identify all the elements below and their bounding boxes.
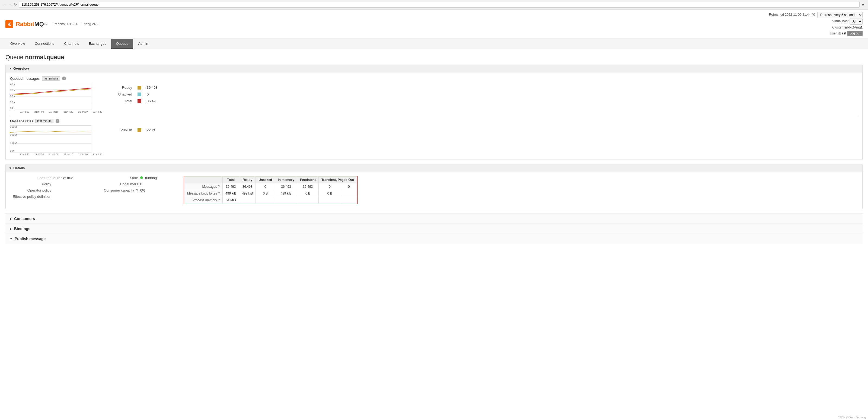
rate-x-1: 21:43:40 xyxy=(20,153,29,156)
rate-y-300: 300 /s xyxy=(10,125,19,128)
user-value: itcast xyxy=(838,31,846,37)
message-rates-title-row: Message rates last minute ? xyxy=(10,119,858,123)
legend-label-publish: Publish xyxy=(113,128,132,132)
user-label: User xyxy=(830,31,837,37)
process-memory-help-icon[interactable]: ? xyxy=(218,198,220,202)
details-section-header[interactable]: ▼ Details xyxy=(6,164,862,172)
rate-x-5: 21:44:20 xyxy=(78,153,88,156)
brand-tm: TM xyxy=(44,22,48,25)
bookmark-icon[interactable]: ★ xyxy=(862,3,865,6)
virtual-host-select[interactable]: All / xyxy=(849,18,863,25)
details-section-body: Features durable: true Policy Operator p… xyxy=(6,172,862,209)
body-bytes-ready: 499 kiB xyxy=(239,190,256,197)
message-rates-title: Message rates xyxy=(10,119,33,123)
state-dot xyxy=(140,176,143,179)
refresh-row: Refreshed 2022-11-09 21:44:40 Refresh ev… xyxy=(769,12,863,18)
state-value: running xyxy=(140,176,157,180)
nav-connections[interactable]: Connections xyxy=(30,39,59,49)
details-middle-col: State running Consumers 0 Consumer capac… xyxy=(97,176,178,205)
page-title-name: normal.queue xyxy=(25,54,64,60)
y-label-40k: 40 k xyxy=(10,83,19,86)
nav-overview[interactable]: Overview xyxy=(5,39,30,49)
legend-value-ready: 36,493 xyxy=(147,86,158,90)
col-header-ready: Ready xyxy=(239,177,256,183)
table-row-messages: Messages ? 36,493 36,493 0 36,493 36,493… xyxy=(184,183,357,190)
state-text: running xyxy=(145,176,157,180)
brand-mq: MQ xyxy=(34,21,44,27)
legend-color-total xyxy=(137,99,141,103)
message-rates-y-axis: 300 /s 200 /s 100 /s 0 /s xyxy=(10,125,19,152)
col-header-persistent: Persistent xyxy=(297,177,318,183)
messages-table-wrapper: Total Ready Unacked In memory Persistent… xyxy=(184,176,358,204)
consumer-capacity-row: Consumer capacity ? 0% xyxy=(97,188,178,192)
nav-channels[interactable]: Channels xyxy=(59,39,84,49)
refresh-select[interactable]: Refresh every 5 seconds No refresh Every… xyxy=(817,12,863,18)
legend-value-publish: 228/s xyxy=(147,128,155,132)
row-label-process-memory: Process memory ? xyxy=(184,197,223,204)
queued-messages-badge[interactable]: last minute xyxy=(42,76,60,81)
message-rates-help[interactable]: ? xyxy=(56,119,59,123)
virtual-host-label: Virtual host xyxy=(832,19,848,24)
messages-help-icon[interactable]: ? xyxy=(218,185,220,188)
version-info: RabbitMQ 3.8.26 Erlang 24.2 xyxy=(54,22,98,26)
details-content-area: Features durable: true Policy Operator p… xyxy=(10,176,858,205)
section-divider-1 xyxy=(10,116,858,116)
messages-ready: 36,493 xyxy=(239,183,256,190)
nav-exchanges[interactable]: Exchanges xyxy=(84,39,111,49)
main-content: Queue normal.queue ▼ Overview Queued mes… xyxy=(0,49,868,248)
back-icon[interactable]: ← xyxy=(3,3,6,6)
nav-queues[interactable]: Queues xyxy=(111,39,133,49)
x-label-4: 21:44:20 xyxy=(63,111,73,113)
body-bytes-help-icon[interactable]: ? xyxy=(218,191,220,196)
features-row: Features durable: true xyxy=(10,176,91,180)
bindings-section-header[interactable]: ▶ Bindings xyxy=(5,223,863,234)
consumers-section-header[interactable]: ▶ Consumers xyxy=(5,213,863,223)
effective-policy-row: Effective policy definition xyxy=(10,194,91,199)
messages-transient-2: 0 xyxy=(341,183,357,190)
col-header-in-memory: In memory xyxy=(275,177,297,183)
nav-admin[interactable]: Admin xyxy=(133,39,153,49)
legend-label-total: Total xyxy=(113,99,132,103)
queued-messages-title: Queued messages xyxy=(10,77,40,81)
process-memory-persistent xyxy=(297,197,318,204)
message-rates-badge[interactable]: last minute xyxy=(35,119,54,123)
queued-messages-help[interactable]: ? xyxy=(62,77,66,80)
logo-icon: 🐇 xyxy=(5,20,13,28)
logout-button[interactable]: Log out xyxy=(847,31,863,36)
legend-row-unacked: Unacked 0 xyxy=(113,92,158,96)
header-right: Refreshed 2022-11-09 21:44:40 Refresh ev… xyxy=(769,12,863,36)
message-rates-x-axis: 21:43:40 21:43:50 21:44:00 21:44:10 21:4… xyxy=(20,153,102,156)
forward-icon[interactable]: → xyxy=(9,3,12,6)
body-bytes-transient-2 xyxy=(341,190,357,197)
url-bar[interactable] xyxy=(19,2,860,8)
brand-name: RabbitMQTM xyxy=(16,21,48,28)
page-title-prefix: Queue xyxy=(5,54,23,60)
rate-y-200: 200 /s xyxy=(10,133,19,137)
state-row: State running xyxy=(97,176,178,180)
reload-icon[interactable]: ↻ xyxy=(14,3,17,6)
overview-section: ▼ Overview Queued messages last minute ?… xyxy=(5,65,863,160)
publish-message-section-header[interactable]: ▼ Publish message xyxy=(5,234,863,244)
message-rates-chart-section: 300 /s 200 /s 100 /s 0 /s 21:43:40 21:43… xyxy=(10,125,858,156)
body-bytes-persistent: 0 B xyxy=(297,190,318,197)
virtual-host-row: Virtual host All / xyxy=(769,18,863,25)
overview-section-label: Overview xyxy=(13,66,29,70)
operator-policy-label: Operator policy xyxy=(10,188,54,192)
legend-row-total: Total 36,493 xyxy=(113,99,158,103)
rate-y-0: 0 /s xyxy=(10,150,19,152)
messages-persistent: 36,493 xyxy=(297,183,318,190)
process-memory-transient xyxy=(318,197,341,204)
queued-messages-y-axis: 40 k 30 k 20 k 10 k 0 k xyxy=(10,83,19,110)
col-header-empty1 xyxy=(184,177,223,183)
consumer-capacity-label: Consumer capacity ? xyxy=(97,188,140,192)
consumers-arrow-icon: ▶ xyxy=(10,217,12,220)
rate-x-4: 21:44:10 xyxy=(63,153,73,156)
overview-section-header[interactable]: ▼ Overview xyxy=(6,65,862,72)
chart-with-axis: 40 k 30 k 20 k 10 k 0 k xyxy=(10,83,102,110)
row-label-messages: Messages ? xyxy=(184,183,223,190)
details-left-col: Features durable: true Policy Operator p… xyxy=(10,176,91,205)
legend-value-unacked: 0 xyxy=(147,92,149,96)
queued-messages-title-row: Queued messages last minute ? xyxy=(10,76,858,81)
consumer-capacity-help[interactable]: ? xyxy=(136,188,138,192)
cluster-row: Cluster rabbit@mq1 xyxy=(769,25,863,31)
